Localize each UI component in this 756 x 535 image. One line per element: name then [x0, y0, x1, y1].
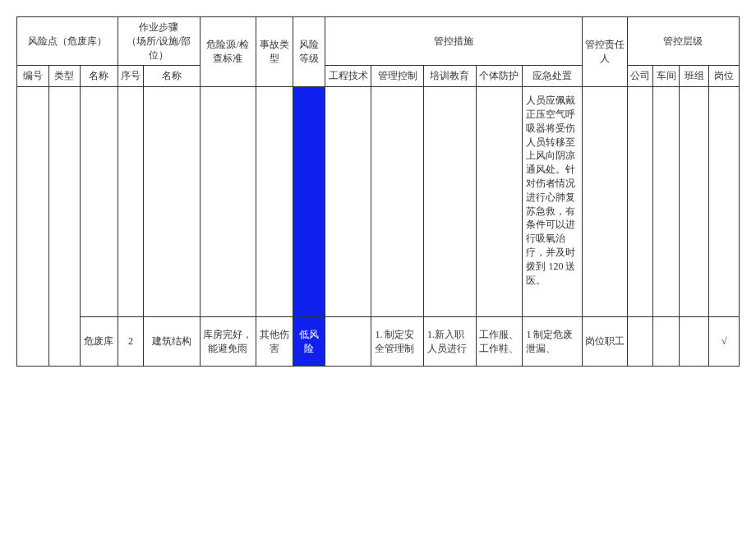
cell-gc: [325, 317, 371, 367]
cell-gc: [325, 87, 371, 317]
cell-px: [424, 87, 477, 317]
header-sub-gc: 工程技术: [325, 66, 371, 87]
cell-risk-level: 低风险: [293, 317, 325, 367]
cell-risk-level: [293, 87, 325, 317]
header-risk-level: 风险等级: [293, 17, 325, 87]
header-sub-bh: 编号: [17, 66, 49, 87]
header-accident-type: 事故类型: [256, 17, 293, 87]
cell-bz: [680, 87, 709, 317]
cell-zr: [583, 87, 628, 317]
cell-gt: 工作服、工作鞋、: [476, 317, 523, 367]
cell-sglx: [256, 87, 293, 317]
header-hazard-std: 危险源/检查标准: [200, 17, 256, 87]
cell-xh: [118, 87, 144, 317]
cell-gw: √: [709, 317, 740, 367]
cell-gt: [476, 87, 523, 317]
cell-sglx: 其他伤害: [256, 317, 293, 367]
header-sub-gl: 管理控制: [371, 66, 424, 87]
cell-cj: [653, 87, 680, 317]
document-page: 风险点（危废库） 作业步骤 （场所/设施/部位） 危险源/检查标准 事故类型 风…: [16, 16, 740, 367]
cell-px: 1.新入职人员进行: [424, 317, 477, 367]
header-sub-px: 培训教育: [424, 66, 477, 87]
risk-table: 风险点（危废库） 作业步骤 （场所/设施/部位） 危险源/检查标准 事故类型 风…: [16, 16, 740, 367]
cell-yj: 1 制定危废泄漏、: [523, 317, 583, 367]
cell-gw: [709, 87, 740, 317]
cell-bz: [680, 317, 709, 367]
cell-zr: 岗位职工: [583, 317, 628, 367]
cell-lx: [48, 87, 81, 367]
cell-mc: 危废库: [81, 317, 118, 367]
header-control-measures: 管控措施: [325, 17, 582, 66]
cell-gl: [371, 87, 424, 317]
cell-std: [200, 87, 256, 317]
header-sub-yj: 应急处置: [523, 66, 583, 87]
table-row: 人员应佩戴正压空气呼吸器将受伤人员转移至上风向阴凉通风处。针对伤者情况进行心肺复…: [17, 87, 740, 317]
table-body: 人员应佩戴正压空气呼吸器将受伤人员转移至上风向阴凉通风处。针对伤者情况进行心肺复…: [17, 87, 740, 367]
header-sub-xh: 序号: [118, 66, 144, 87]
cell-gl: 1. 制定安全管理制: [371, 317, 424, 367]
cell-gs: [627, 87, 653, 317]
cell-xh: 2: [118, 317, 144, 367]
cell-bh: [17, 87, 49, 367]
header-work-step: 作业步骤 （场所/设施/部位）: [118, 17, 200, 66]
header-sub-gw: 岗位: [709, 66, 740, 87]
header-sub-bz: 班组: [680, 66, 709, 87]
header-sub-mc: 名称: [81, 66, 118, 87]
cell-mc2: 建筑结构: [144, 317, 200, 367]
header-sub-mc2: 名称: [144, 66, 200, 87]
header-control-person: 管控责任人: [583, 17, 628, 87]
header-sub-lx: 类型: [48, 66, 81, 87]
cell-cj: [653, 317, 680, 367]
cell-mc2: [144, 87, 200, 317]
table-row: 危废库 2 建筑结构 库房完好，能避免雨 其他伤害 低风险 1. 制定安全管理制…: [17, 317, 740, 367]
cell-std: 库房完好，能避免雨: [200, 317, 256, 367]
table-header: 风险点（危废库） 作业步骤 （场所/设施/部位） 危险源/检查标准 事故类型 风…: [17, 17, 740, 87]
header-risk-point: 风险点（危废库）: [17, 17, 118, 66]
header-sub-gt: 个体防护: [476, 66, 523, 87]
header-sub-gs: 公司: [627, 66, 653, 87]
header-sub-cj: 车间: [653, 66, 680, 87]
cell-mc: [81, 87, 118, 317]
header-control-level: 管控层级: [627, 17, 739, 66]
cell-yj: 人员应佩戴正压空气呼吸器将受伤人员转移至上风向阴凉通风处。针对伤者情况进行心肺复…: [523, 87, 583, 317]
cell-gs: [627, 317, 653, 367]
